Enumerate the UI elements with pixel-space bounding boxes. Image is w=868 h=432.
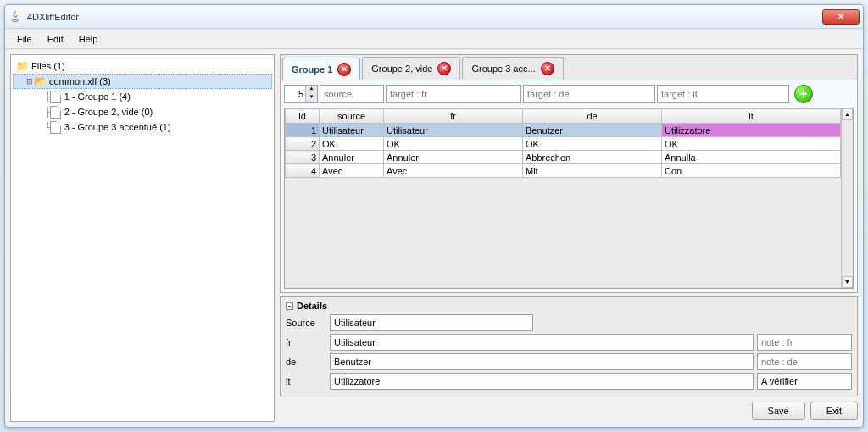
- cell-source[interactable]: Utilisateur: [320, 124, 384, 137]
- col-source[interactable]: source: [320, 109, 384, 124]
- close-icon[interactable]: ✕: [437, 62, 451, 75]
- collapse-icon[interactable]: -: [286, 302, 293, 310]
- file-icon: [50, 106, 61, 119]
- detail-source-label: Source: [286, 318, 326, 328]
- app-window: 4DXliffEditor ✕ File Edit Help 📁 Files (…: [4, 4, 864, 428]
- row-count-spinner[interactable]: ▲ ▼: [284, 85, 318, 103]
- cell-fr[interactable]: Annuler: [384, 151, 523, 164]
- cell-it[interactable]: Annulla: [662, 151, 841, 164]
- window-title: 4DXliffEditor: [27, 12, 822, 22]
- filter-source-input[interactable]: [320, 85, 384, 103]
- tab-content: ▲ ▼ + i: [281, 80, 857, 292]
- filter-de-input[interactable]: [523, 85, 655, 103]
- cell-id: 3: [286, 151, 320, 164]
- cell-fr[interactable]: Utilisateur: [384, 124, 523, 137]
- tree-group-2[interactable]: ├ 2 - Groupe 2, vide (0): [13, 104, 272, 119]
- cell-fr[interactable]: Avec: [384, 164, 523, 178]
- tree-label: Files (1): [31, 61, 65, 71]
- save-button[interactable]: Save: [752, 402, 805, 420]
- tree-toggle-icon[interactable]: ⊟: [25, 77, 34, 86]
- filter-it-input[interactable]: [657, 85, 789, 103]
- tab-groupe-3[interactable]: Groupe 3 acc... ✕: [462, 57, 563, 80]
- tab-groupe-1[interactable]: Groupe 1 ✕: [282, 58, 360, 80]
- close-icon[interactable]: ✕: [337, 63, 351, 76]
- table-row[interactable]: 3 Annuler Annuler Abbrechen Annulla: [286, 151, 841, 164]
- detail-de-note[interactable]: [757, 353, 852, 370]
- detail-de-label: de: [286, 357, 326, 367]
- filter-row: ▲ ▼ +: [284, 84, 854, 104]
- cell-source[interactable]: OK: [320, 137, 384, 151]
- detail-it-note[interactable]: [757, 373, 852, 390]
- tree-group-1[interactable]: ├ 1 - Groupe 1 (4): [13, 89, 272, 104]
- details-panel: - Details Source fr de: [280, 296, 858, 396]
- cell-it[interactable]: OK: [662, 137, 841, 151]
- close-icon[interactable]: ✕: [541, 62, 554, 75]
- cell-fr[interactable]: OK: [384, 137, 523, 151]
- cell-id: 1: [286, 124, 320, 137]
- detail-it-label: it: [286, 376, 326, 386]
- spinner-down-icon[interactable]: ▼: [305, 94, 317, 102]
- table-row[interactable]: 2 OK OK OK OK: [286, 137, 841, 151]
- window-close-button[interactable]: ✕: [822, 9, 860, 25]
- button-row: Save Exit: [280, 400, 858, 422]
- java-app-icon: [8, 10, 22, 24]
- translation-table: id source fr de it 1 Utilisa: [284, 108, 854, 289]
- cell-de[interactable]: OK: [523, 137, 662, 151]
- cell-it[interactable]: Utilizzatore: [662, 124, 841, 137]
- tab-groupe-2[interactable]: Groupe 2, vide ✕: [362, 57, 460, 80]
- detail-de-input[interactable]: [330, 353, 754, 370]
- tab-label: Groupe 1: [292, 64, 332, 75]
- add-row-button[interactable]: +: [794, 85, 813, 103]
- cell-it[interactable]: Con: [662, 164, 841, 178]
- file-tree[interactable]: 📁 Files (1) ⊟ 📂 common.xlf (3) ├ 1 - Gro…: [10, 54, 275, 422]
- tree-root[interactable]: 📁 Files (1): [13, 58, 272, 74]
- tree-label: 3 - Groupe 3 accentué (1): [64, 122, 171, 132]
- tree-group-3[interactable]: └ 3 - Groupe 3 accentué (1): [13, 119, 272, 135]
- detail-fr-note[interactable]: [757, 334, 852, 351]
- tabs-area: Groupe 1 ✕ Groupe 2, vide ✕ Groupe 3 acc…: [280, 54, 858, 293]
- table-scrollbar[interactable]: ▲ ▼: [841, 108, 853, 288]
- detail-it-input[interactable]: [330, 373, 754, 390]
- filter-fr-input[interactable]: [386, 85, 521, 103]
- tree-label: 1 - Groupe 1 (4): [64, 91, 131, 102]
- tab-label: Groupe 2, vide: [371, 64, 432, 74]
- folder-icon: 📁: [16, 60, 29, 72]
- detail-fr-label: fr: [286, 337, 326, 347]
- cell-de[interactable]: Mit: [523, 164, 662, 178]
- cell-de[interactable]: Abbrechen: [523, 151, 662, 164]
- spinner-input[interactable]: [285, 86, 305, 102]
- col-de[interactable]: de: [523, 109, 662, 124]
- tree-file[interactable]: ⊟ 📂 common.xlf (3): [13, 74, 272, 89]
- menubar: File Edit Help: [5, 29, 863, 49]
- titlebar[interactable]: 4DXliffEditor ✕: [5, 5, 863, 29]
- tree-label: 2 - Groupe 2, vide (0): [64, 107, 153, 117]
- detail-fr-input[interactable]: [330, 334, 754, 351]
- content-area: 📁 Files (1) ⊟ 📂 common.xlf (3) ├ 1 - Gro…: [5, 49, 863, 427]
- exit-button[interactable]: Exit: [810, 402, 858, 420]
- details-header[interactable]: - Details: [286, 301, 852, 311]
- spinner-up-icon[interactable]: ▲: [305, 86, 317, 94]
- menu-edit[interactable]: Edit: [41, 31, 70, 47]
- col-id[interactable]: id: [286, 109, 320, 124]
- file-icon: [50, 91, 61, 103]
- main-panel: Groupe 1 ✕ Groupe 2, vide ✕ Groupe 3 acc…: [280, 54, 858, 422]
- cell-source[interactable]: Avec: [320, 164, 384, 178]
- cell-source[interactable]: Annuler: [320, 151, 384, 164]
- scroll-down-icon[interactable]: ▼: [842, 276, 853, 288]
- cell-id: 2: [286, 137, 320, 151]
- scroll-up-icon[interactable]: ▲: [842, 108, 853, 120]
- table-row[interactable]: 4 Avec Avec Mit Con: [286, 164, 841, 178]
- detail-source-input[interactable]: [330, 314, 533, 331]
- tree-label: common.xlf (3): [49, 76, 111, 86]
- cell-de[interactable]: Benutzer: [523, 124, 662, 137]
- tab-strip: Groupe 1 ✕ Groupe 2, vide ✕ Groupe 3 acc…: [281, 55, 857, 80]
- col-fr[interactable]: fr: [384, 109, 523, 124]
- col-it[interactable]: it: [662, 109, 841, 124]
- cell-id: 4: [286, 164, 320, 178]
- table-row[interactable]: 1 Utilisateur Utilisateur Benutzer Utili…: [286, 124, 841, 137]
- menu-help[interactable]: Help: [72, 31, 105, 47]
- folder-open-icon: 📂: [34, 75, 47, 87]
- details-title-label: Details: [297, 301, 327, 311]
- menu-file[interactable]: File: [10, 31, 39, 47]
- file-icon: [50, 121, 61, 134]
